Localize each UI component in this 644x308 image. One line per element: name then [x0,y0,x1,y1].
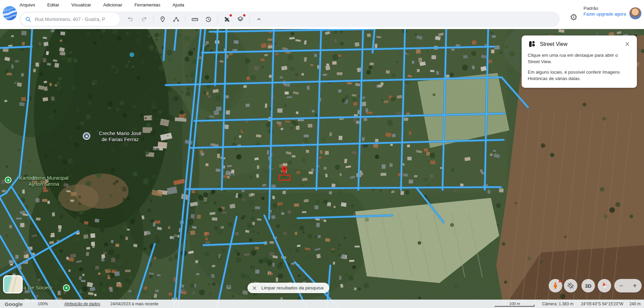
status-bar: Google 100% Atribuição de dados 24/04/20… [0,300,644,308]
street-view-panel-title: Street View [540,41,623,47]
red-pin-icon [282,166,287,175]
cursor-coordinates: 24°05'43"S 54°15'23"W [581,302,623,306]
toolbar-divider [153,15,153,23]
menu-ferramentas[interactable]: Ferramentas [135,2,161,7]
chevron-up-icon [256,16,262,22]
toolbar-divider [249,15,250,23]
notification-dot [230,14,232,17]
scale-bar: 100 m [495,302,534,307]
add-path-button[interactable] [169,12,183,26]
data-attribution-link[interactable]: Atribuição de dados [64,302,100,306]
toolbar-divider [217,15,218,23]
undo-icon [127,16,134,23]
menu-visualizar[interactable]: Visualizar [71,2,91,7]
street-view-pegman-icon [528,40,536,48]
notification-dot [243,14,245,17]
ruler-icon [191,16,198,23]
placemark-pin-icon [159,16,166,23]
compass-button[interactable] [598,279,611,292]
3d-label: 3D [585,283,591,289]
projects-tools-button[interactable] [220,12,234,26]
path-icon [173,16,180,23]
render-quality: 100% [38,302,48,306]
result-parcel-outline [279,175,290,181]
collapse-toolbar-button[interactable] [252,12,266,26]
pencil-ruler-icon [223,16,231,23]
place-pin-society[interactable] [63,284,70,291]
notification-dot [559,280,561,282]
overview-minimap[interactable] [3,275,23,293]
menu-adicionar[interactable]: Adicionar [103,2,122,7]
clear-search-results-label: Limpar resultados da pesquisa [261,285,324,290]
measure-button[interactable] [188,12,201,26]
layers-button[interactable] [234,12,247,26]
top-bar: Arquivo Editar Visualizar Adicionar Ferr… [0,0,644,29]
my-location-off-button[interactable] [564,279,577,292]
clear-search-results-button[interactable]: Limpar resultados da pesquisa [247,283,329,293]
imagery-date: 24/04/2023 à mais recente [110,302,158,306]
menu-bar: Arquivo Editar Visualizar Adicionar Ferr… [20,1,184,9]
menu-arquivo[interactable]: Arquivo [20,2,35,7]
camera-altitude: Câmera: 1.383 m [542,302,573,306]
add-placemark-button[interactable] [156,12,169,26]
street-view-panel: Street View Clique em uma rua em destaqu… [522,35,637,88]
pegman-icon [551,282,559,290]
menu-ajuda[interactable]: Ajuda [172,2,184,7]
search-result-marker[interactable] [278,166,293,182]
location-off-icon [567,282,575,290]
account-area: Padrão Fazer upgrade agora [583,6,626,17]
street-view-panel-text-1: Clique em uma rua em destaque para abrir… [528,52,631,65]
zoom-controls: − + [614,279,642,292]
google-earth-window: Creche Mario José de Farias Ferraz Kartó… [0,0,644,308]
search-box[interactable] [21,13,120,26]
plan-label: Padrão [583,6,626,11]
street-view-panel-text-2: Em alguns locais, é possível conferir Im… [528,69,631,82]
gear-icon: ⚙ [570,12,577,23]
terrain-elevation: 240 m [629,302,641,306]
close-icon[interactable] [623,41,631,48]
avatar[interactable] [629,7,642,20]
compass-needle-icon [600,281,609,290]
toolbar [20,11,560,27]
search-input[interactable] [34,16,119,22]
search-icon [25,16,31,23]
place-pin-creche[interactable] [83,132,90,140]
history-clock-icon [205,16,212,23]
place-pin-kartodromo[interactable] [5,177,11,183]
google-earth-logo [2,6,17,21]
redo-icon [141,16,147,23]
zoom-in-button[interactable]: + [633,282,637,289]
undo-button[interactable] [124,12,137,26]
pegman-button[interactable] [549,279,562,292]
toggle-3d-button[interactable]: 3D [581,279,595,292]
settings-button[interactable]: ⚙ [567,10,581,24]
toolbar-divider [185,15,186,23]
map-viewport[interactable]: Creche Mario José de Farias Ferraz Kartó… [0,29,644,308]
layers-icon [237,16,244,23]
zoom-out-button[interactable]: − [619,282,623,289]
historical-imagery-button[interactable] [201,12,215,26]
upgrade-link[interactable]: Fazer upgrade agora [583,11,626,17]
redo-button[interactable] [137,12,151,26]
menu-editar[interactable]: Editar [47,2,59,7]
close-icon [252,285,257,291]
google-logo: Google [5,301,23,307]
